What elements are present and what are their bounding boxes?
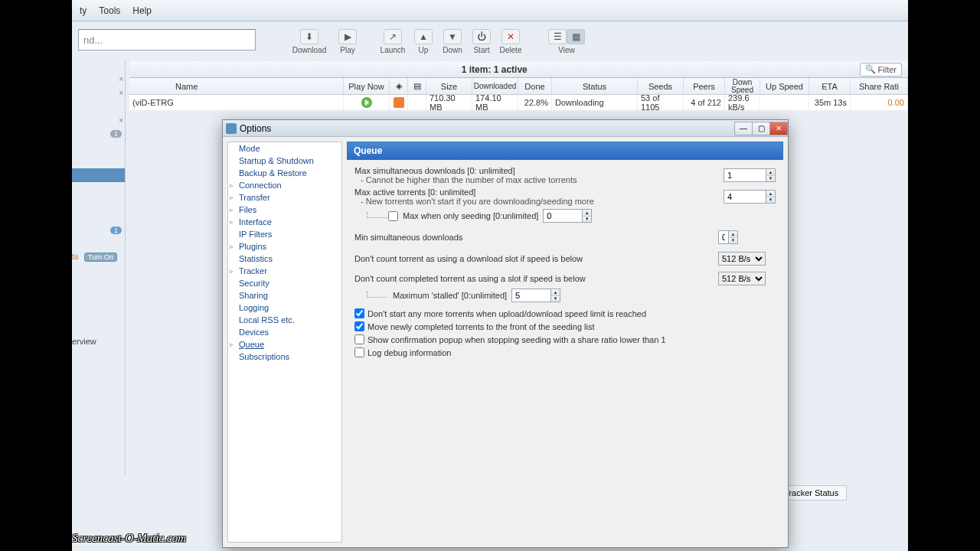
max-active-input[interactable] <box>724 190 766 204</box>
dontcount-comp-label: Don't count completed torrent as using a… <box>354 274 718 283</box>
tree-logging[interactable]: Logging <box>228 302 341 314</box>
launch-button[interactable]: ↗Launch <box>376 29 410 54</box>
filter-input[interactable]: 🔍 Filter <box>860 63 902 77</box>
play-button[interactable]: ▶Play <box>328 29 367 54</box>
options-tree: Mode Startup & Shutdown Backup & Restore… <box>227 142 342 543</box>
tree-startup[interactable]: Startup & Shutdown <box>228 155 341 167</box>
col-doc[interactable]: ▤ <box>408 78 426 94</box>
table-row[interactable]: (viD-ETRG 710.30 MB 174.10 MB 22.8% Down… <box>129 95 908 110</box>
close-icon[interactable]: × <box>119 75 123 83</box>
max-stalled-input[interactable] <box>511 289 551 302</box>
chk-confirm[interactable] <box>354 334 364 344</box>
max-sim-dl-input[interactable] <box>724 168 766 182</box>
rss-icon: ◈ <box>396 81 402 91</box>
max-seed-input[interactable] <box>543 209 583 223</box>
min-sim-dl-input[interactable] <box>718 230 729 244</box>
col-downspeed[interactable]: Down Speed <box>725 78 760 94</box>
col-downloaded[interactable]: Downloaded <box>472 78 518 94</box>
grid-view-icon: ▦ <box>567 29 585 44</box>
tree-plugins[interactable]: Plugins <box>228 240 341 253</box>
tree-connection[interactable]: Connection <box>228 179 341 191</box>
tree-queue[interactable]: Queue <box>228 338 341 350</box>
tree-interface[interactable]: Interface <box>228 216 341 228</box>
menu-bar: ty Tools Help <box>72 0 908 21</box>
tree-transfer[interactable]: Transfer <box>228 191 341 204</box>
delete-button[interactable]: ✕Delete <box>495 29 526 54</box>
tree-devices[interactable]: Devices <box>228 326 341 338</box>
cell-rss[interactable] <box>390 95 408 110</box>
cell-share: 0.00 <box>851 95 908 110</box>
tree-ipfilters[interactable]: IP Filters <box>228 228 341 240</box>
cell-doc <box>408 95 426 110</box>
dontcount-comp-select[interactable]: 512 B/s <box>718 272 766 285</box>
cell-playnow[interactable] <box>344 95 390 110</box>
cell-downspeed: 239.6 kB/s <box>725 95 760 110</box>
tree-tracker[interactable]: Tracker <box>228 265 341 277</box>
max-sim-dl-spinner[interactable]: ▲▼ <box>724 168 776 182</box>
col-peers[interactable]: Peers <box>684 78 725 94</box>
max-active-sub: - New torrents won't start if you are do… <box>354 197 724 206</box>
up-button[interactable]: ▲Up <box>410 29 437 54</box>
app-window: ty Tools Help nd... ⬇Download ▶Play ↗Lau… <box>72 0 908 551</box>
minimize-button[interactable]: — <box>734 122 753 135</box>
col-shareratio[interactable]: Share Rati <box>851 78 908 94</box>
col-status[interactable]: Status <box>552 78 638 94</box>
tree-statistics[interactable]: Statistics <box>228 253 341 265</box>
close-icon[interactable]: × <box>119 116 123 125</box>
chk-confirm-label: Show confirmation popup when stopping se… <box>368 335 666 344</box>
max-stalled-label: Maximum 'stalled' [0:unlimited] <box>393 291 507 300</box>
options-panel: Queue Max simultaneous downloads [0: unl… <box>347 142 783 543</box>
chk-move-completed[interactable] <box>354 321 364 331</box>
maximize-button[interactable]: ▢ <box>752 122 770 135</box>
dontcount-dl-select[interactable]: 512 B/s <box>718 252 766 266</box>
col-rss[interactable]: ◈ <box>390 78 408 94</box>
col-seeds[interactable]: Seeds <box>638 78 684 94</box>
search-placeholder: nd... <box>83 34 103 46</box>
col-playnow[interactable]: Play Now <box>344 78 390 94</box>
dialog-titlebar[interactable]: Options — ▢ ✕ <box>223 120 788 137</box>
cell-seeds: 53 of 1105 <box>638 95 684 110</box>
col-upspeed[interactable]: Up Speed <box>760 78 809 94</box>
start-button[interactable]: ⏻Start <box>468 29 495 54</box>
col-done[interactable]: Done <box>518 78 552 94</box>
tree-subscriptions[interactable]: Subscriptions <box>228 350 341 363</box>
chk-speed-limit-label: Don't start any more torrents when uploa… <box>368 309 646 318</box>
col-name[interactable]: Name <box>129 78 344 94</box>
menu-item-partial[interactable]: ty <box>74 5 93 16</box>
cell-name: (viD-ETRG <box>129 95 344 110</box>
tree-localrss[interactable]: Local RSS etc. <box>228 314 341 326</box>
down-button[interactable]: ▼Down <box>437 29 468 54</box>
cell-upspeed <box>760 95 809 110</box>
col-eta[interactable]: ETA <box>809 78 851 94</box>
badge: 1 <box>110 130 122 138</box>
col-size[interactable]: Size <box>426 78 472 94</box>
play-icon: ▶ <box>338 29 357 44</box>
view-button[interactable]: ☰▦ View <box>544 29 589 54</box>
close-icon[interactable]: × <box>119 89 123 97</box>
cell-status: Downloading <box>552 95 638 110</box>
cell-downloaded: 174.10 MB <box>472 95 518 110</box>
min-sim-dl-spinner[interactable]: ▲▼ <box>718 230 738 244</box>
max-active-spinner[interactable]: ▲▼ <box>724 190 776 204</box>
menu-item-tools[interactable]: Tools <box>93 5 126 16</box>
download-button[interactable]: ⬇Download <box>290 29 328 54</box>
tree-sharing[interactable]: Sharing <box>228 289 341 302</box>
max-stalled-spinner[interactable]: ▲▼ <box>511 289 560 302</box>
close-button[interactable]: ✕ <box>769 122 788 135</box>
down-icon: ▼ <box>443 29 462 44</box>
tree-mode[interactable]: Mode <box>228 142 341 155</box>
chk-log-debug[interactable] <box>354 347 364 357</box>
doc-icon: ▤ <box>413 81 421 91</box>
tree-backup[interactable]: Backup & Restore <box>228 167 341 179</box>
search-input[interactable]: nd... <box>78 29 256 51</box>
max-seed-checkbox[interactable] <box>388 211 398 221</box>
tree-files[interactable]: Files <box>228 204 341 216</box>
tree-security[interactable]: Security <box>228 277 341 289</box>
chk-speed-limit[interactable] <box>354 308 364 318</box>
dialog-title: Options <box>240 123 271 134</box>
menu-item-help[interactable]: Help <box>126 5 158 16</box>
max-sim-dl-sub: - Cannot be higher than the number of ma… <box>354 175 724 184</box>
turn-on-button[interactable]: Turn On <box>84 253 117 262</box>
overview-label[interactable]: erview <box>72 337 96 346</box>
max-seed-spinner[interactable]: ▲▼ <box>543 209 592 223</box>
